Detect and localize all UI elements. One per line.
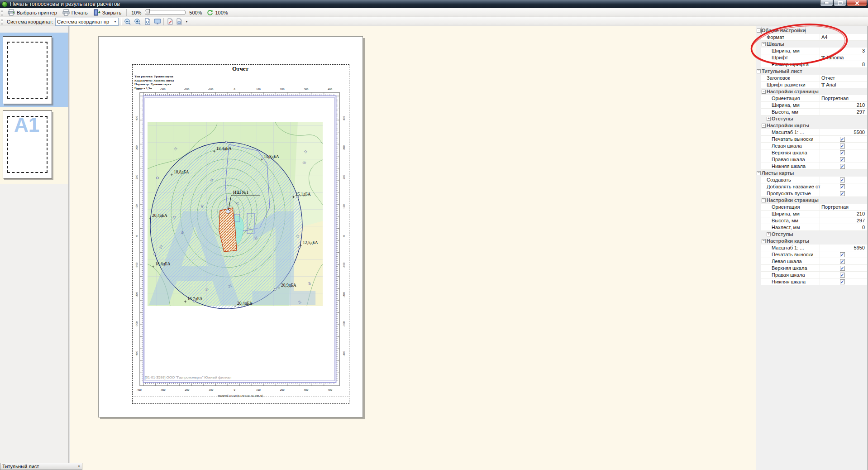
property-checkbox[interactable]: ✓ [840, 259, 845, 264]
print-button[interactable]: Печать [60, 8, 91, 17]
property-checkbox[interactable]: ✓ [840, 184, 845, 189]
property-row-Добавлять название ст[interactable]: Добавлять название ст✓ [756, 183, 867, 190]
property-row-Шрифт разметки[interactable]: Шрифт разметкиTArial [756, 82, 867, 88]
property-row-Печатать выноски[interactable]: Печатать выноски✓ [756, 251, 867, 258]
chevron-down-icon[interactable]: ▼ [76, 465, 82, 468]
property-row-Пропускать пустые[interactable]: Пропускать пустые✓ [756, 190, 867, 197]
coord-system-combobox[interactable]: Система координат пр ▼ [55, 18, 119, 26]
property-checkbox[interactable]: ✓ [840, 137, 845, 142]
fit-screen-icon[interactable] [154, 18, 161, 25]
property-checkbox[interactable]: ✓ [840, 177, 845, 182]
property-checkbox[interactable]: ✓ [840, 164, 845, 169]
property-row-Титульный лист[interactable]: −Титульный лист [756, 68, 867, 75]
collapse-icon[interactable]: − [757, 171, 761, 175]
property-value[interactable]: 297 [821, 217, 865, 224]
property-row-Правая шкала[interactable]: Правая шкала✓ [756, 272, 867, 278]
property-row-Заголовок[interactable]: ЗаголовокОтчет [756, 75, 867, 82]
page-options-icon[interactable] [176, 18, 183, 25]
property-row-Отступы[interactable]: +Отступы [756, 231, 867, 238]
zoom-page-icon[interactable] [144, 18, 151, 25]
thumbnail-page-1[interactable] [3, 36, 52, 104]
property-row-Верхняя шкала[interactable]: Верхняя шкала✓ [756, 265, 867, 272]
property-row-Высота, мм[interactable]: Высота, мм297 [756, 109, 867, 115]
collapse-icon[interactable]: − [762, 90, 766, 94]
toolbar-grip-2[interactable] [1, 19, 3, 25]
property-row-Правая шкала[interactable]: Правая шкала✓ [756, 156, 867, 163]
collapse-icon[interactable]: − [762, 239, 766, 243]
property-value[interactable]: 8 [821, 61, 865, 68]
zoom-in-icon[interactable] [134, 18, 141, 25]
sheet-selector-combobox[interactable]: Титульный лист ▼ [0, 463, 82, 470]
property-value[interactable]: TTahoma [821, 54, 865, 61]
property-row-Настройки карты[interactable]: −Настройки карты [756, 238, 867, 245]
restore-button[interactable] [834, 0, 846, 6]
property-row-Ширина, мм[interactable]: Ширина, мм3 [756, 48, 867, 54]
export-page-icon[interactable] [167, 18, 174, 25]
property-value[interactable]: 5950 [821, 245, 865, 251]
zoom-slider-thumb[interactable] [146, 9, 150, 15]
thumbnail-map-sheet[interactable]: A1 [0, 107, 68, 184]
property-row-Создавать[interactable]: Создавать✓ [756, 177, 867, 183]
property-row-Нижняя шкала[interactable]: Нижняя шкала✓ [756, 278, 867, 285]
property-value[interactable]: 297 [821, 109, 865, 115]
property-row-Отступы[interactable]: +Отступы [756, 115, 867, 122]
property-row-Высота, мм[interactable]: Высота, мм297 [756, 217, 867, 224]
collapse-icon[interactable]: − [757, 29, 761, 33]
property-row-Ориентация[interactable]: ОриентацияПортретная [756, 95, 867, 102]
property-checkbox[interactable]: ✓ [840, 279, 845, 284]
property-value[interactable]: Портретная [821, 204, 865, 211]
property-checkbox[interactable]: ✓ [840, 273, 845, 278]
collapse-icon[interactable]: − [757, 69, 761, 73]
collapse-icon[interactable]: − [762, 198, 766, 202]
property-row-Настройки страницы[interactable]: −Настройки страницы [756, 88, 867, 95]
property-value[interactable]: Отчет [821, 75, 865, 82]
more-options-chevron-icon[interactable]: ▼ [184, 20, 190, 23]
property-row-Левая шкала[interactable]: Левая шкала✓ [756, 143, 867, 149]
property-checkbox[interactable]: ✓ [840, 150, 845, 155]
property-checkbox[interactable]: ✓ [840, 252, 845, 257]
property-row-Масштаб 1: ...[interactable]: Масштаб 1: ...5950 [756, 245, 867, 251]
zoom-out-icon[interactable] [124, 18, 131, 25]
expand-icon[interactable]: + [767, 117, 771, 121]
property-row-Верхняя шкала[interactable]: Верхняя шкала✓ [756, 149, 867, 156]
property-value[interactable]: 210 [821, 102, 865, 109]
property-row-Размер шрифта[interactable]: Размер шрифта8 [756, 61, 867, 68]
property-row-Листы карты[interactable]: −Листы карты [756, 170, 867, 177]
thumbnail-page-2[interactable]: A1 [3, 110, 52, 178]
property-row-Ориентация[interactable]: ОриентацияПортретная [756, 204, 867, 211]
refresh-zoom-icon[interactable] [206, 9, 214, 16]
property-checkbox[interactable]: ✓ [840, 266, 845, 271]
toolbar-grip[interactable] [1, 10, 3, 16]
property-row-Настройки карты[interactable]: −Настройки карты [756, 122, 867, 129]
property-row-Печатать выноски[interactable]: Печатать выноски✓ [756, 136, 867, 143]
property-value[interactable]: A4 [821, 34, 865, 41]
property-row-Масштаб 1: ...[interactable]: Масштаб 1: ...5500 [756, 129, 867, 136]
close-button[interactable] [847, 0, 867, 6]
property-row-Шрифт[interactable]: ШрифтTTahoma [756, 54, 867, 61]
collapse-icon[interactable]: − [762, 42, 766, 46]
close-preview-button[interactable]: Закрыть [91, 8, 124, 17]
collapse-icon[interactable]: − [762, 124, 766, 128]
property-row-Общие настройки[interactable]: −Общие настройки [756, 27, 867, 34]
property-row-Левая шкала[interactable]: Левая шкала✓ [756, 258, 867, 265]
property-row-Ширина, мм[interactable]: Ширина, мм210 [756, 102, 867, 109]
select-printer-button[interactable]: Выбрать принтер [5, 8, 60, 17]
property-checkbox[interactable]: ✓ [840, 157, 845, 162]
property-value[interactable]: 3 [821, 48, 865, 54]
minimize-button[interactable] [820, 0, 833, 6]
property-row-Нахлест, мм[interactable]: Нахлест, мм0 [756, 224, 867, 231]
property-row-Шкалы[interactable]: −Шкалы [756, 41, 867, 48]
zoom-slider[interactable] [145, 10, 186, 15]
property-checkbox[interactable]: ✓ [840, 191, 845, 196]
property-value[interactable]: TArial [821, 82, 865, 88]
property-value[interactable]: Портретная [821, 95, 865, 102]
property-checkbox[interactable]: ✓ [840, 144, 845, 149]
property-row-Ширина, мм[interactable]: Ширина, мм210 [756, 211, 867, 217]
property-value[interactable]: 0 [821, 224, 865, 231]
property-value[interactable]: 5500 [821, 129, 865, 136]
chevron-down-icon[interactable]: ▼ [112, 20, 118, 23]
thumbnail-title-page-selected[interactable] [0, 33, 68, 107]
property-value[interactable]: 210 [821, 211, 865, 217]
property-row-Формат[interactable]: ФорматA4 [756, 34, 867, 41]
property-row-Настройки страницы[interactable]: −Настройки страницы [756, 197, 867, 204]
